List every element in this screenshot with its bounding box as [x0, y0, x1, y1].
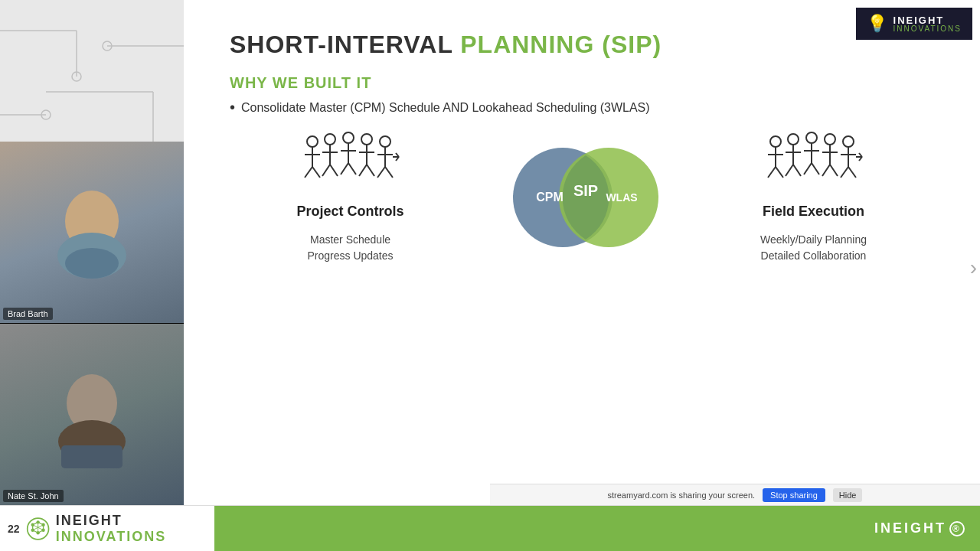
- footer-company-text: INEIGHT INNOVATIONS: [56, 513, 214, 545]
- webcam-feed-nate: Nate St. John: [0, 324, 184, 505]
- svg-line-107: [830, 165, 838, 176]
- notification-text: streamyard.com is sharing your screen.: [608, 491, 756, 500]
- notification-bar: streamyard.com is sharing your screen. S…: [490, 484, 980, 505]
- svg-line-59: [312, 167, 320, 178]
- logo-bulb-icon: 💡: [867, 14, 887, 34]
- svg-point-65: [343, 132, 354, 143]
- page-number: 22: [8, 523, 20, 535]
- svg-line-111: [841, 167, 848, 178]
- logo-ineight-text: INEIGHT: [893, 15, 962, 25]
- svg-point-60: [325, 134, 335, 145]
- svg-line-79: [385, 167, 393, 178]
- nate-st-john-label: Nate St. John: [3, 490, 64, 502]
- bullet-text-1: Consolidate Master (CPM) Schedule AND Lo…: [241, 101, 650, 115]
- svg-line-64: [330, 165, 338, 176]
- people-icon-field-execution: [764, 130, 864, 191]
- svg-line-102: [812, 163, 819, 174]
- svg-point-70: [361, 134, 372, 145]
- slide-title-black: SHORT-INTERVAL: [230, 31, 460, 58]
- slide-title: SHORT-INTERVAL PLANNING (SIP): [230, 31, 934, 59]
- logo-top-right: 💡 INEIGHT INNOVATIONS: [856, 8, 972, 40]
- hide-button[interactable]: Hide: [833, 488, 863, 502]
- svg-line-101: [804, 163, 812, 174]
- svg-point-103: [825, 134, 835, 145]
- footer-logo-icon: [26, 515, 50, 543]
- svg-rect-121: [61, 445, 122, 468]
- svg-text:SIP: SIP: [573, 182, 598, 199]
- footer-right-logo: INEIGHT ®: [874, 520, 965, 536]
- svg-line-78: [377, 167, 385, 178]
- svg-line-112: [848, 167, 856, 178]
- svg-point-75: [380, 136, 390, 147]
- svg-point-88: [770, 136, 781, 147]
- footer-right: INEIGHT ®: [214, 506, 980, 551]
- svg-point-118: [65, 248, 119, 279]
- webcam-panel: Brad Barth Nate St. John: [0, 142, 184, 505]
- logo-innovations-text: INNOVATIONS: [893, 25, 962, 33]
- footer-left: 22 INEIGHT INNOVATIONS: [0, 513, 214, 545]
- footer-bar: 22 INEIGHT INNOVATIONS INEIGHT ®: [0, 505, 980, 551]
- circuit-background-top: [0, 0, 184, 142]
- svg-text:WLAS: WLAS: [606, 191, 637, 204]
- svg-line-69: [348, 163, 356, 174]
- people-icon-project-controls: [301, 130, 400, 191]
- svg-line-63: [322, 165, 330, 176]
- venn-svg: CPM SIP WLAS: [490, 136, 674, 259]
- svg-line-74: [367, 165, 374, 176]
- diagram-area: Project Controls Master Schedule Progres…: [230, 130, 934, 264]
- svg-point-108: [843, 136, 854, 147]
- svg-point-98: [806, 132, 817, 143]
- scroll-right-arrow[interactable]: ›: [970, 256, 977, 280]
- svg-point-55: [307, 136, 318, 147]
- footer-circle-i: ®: [949, 521, 965, 536]
- brad-barth-label: Brad Barth: [3, 308, 53, 320]
- diagram-column-left: Project Controls Master Schedule Progres…: [245, 130, 456, 264]
- stop-sharing-button[interactable]: Stop sharing: [763, 488, 825, 502]
- webcam-feed-brad: Brad Barth: [0, 142, 184, 324]
- svg-line-92: [776, 167, 783, 178]
- svg-line-58: [305, 167, 312, 178]
- svg-line-96: [786, 165, 793, 176]
- project-controls-label: Project Controls: [296, 204, 403, 220]
- field-execution-label: Field Execution: [763, 204, 864, 220]
- project-controls-sub: Master Schedule Progress Updates: [307, 232, 393, 264]
- svg-line-68: [341, 163, 348, 174]
- svg-text:CPM: CPM: [536, 191, 564, 204]
- svg-line-106: [822, 165, 830, 176]
- svg-point-93: [788, 134, 799, 145]
- field-execution-sub: Weekly/Daily Planning Detailed Collabora…: [760, 232, 867, 264]
- bullet-1: • Consolidate Master (CPM) Schedule AND …: [230, 101, 934, 115]
- slide-section-title: WHY WE BUILT IT: [230, 74, 934, 92]
- svg-line-73: [359, 165, 367, 176]
- footer-ineight-right: INEIGHT: [874, 520, 946, 536]
- venn-diagram: CPM SIP WLAS: [456, 136, 708, 259]
- diagram-column-right: Field Execution Weekly/Daily Planning De…: [708, 130, 919, 264]
- slide-title-green: PLANNING (SIP): [460, 31, 662, 58]
- slide-content: SHORT-INTERVAL PLANNING (SIP) WHY WE BUI…: [184, 0, 980, 505]
- svg-line-97: [793, 165, 801, 176]
- svg-line-91: [768, 167, 776, 178]
- bullet-dot: •: [230, 99, 235, 115]
